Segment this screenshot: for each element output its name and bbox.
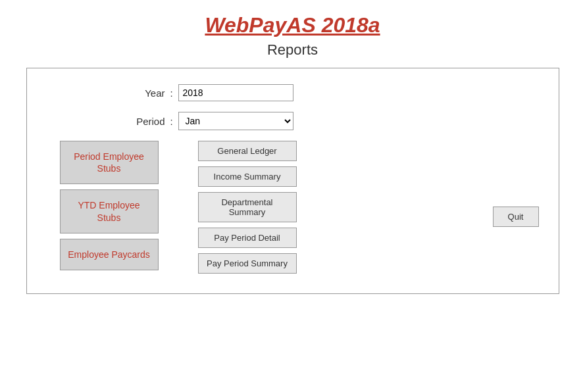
right-buttons: General Ledger Income Summary Department…	[198, 141, 297, 274]
employee-paycards-button[interactable]: Employee Paycards	[60, 239, 159, 270]
app-title: WebPayAS 2018a	[205, 13, 380, 37]
year-label: Year	[113, 87, 165, 99]
main-container: Year : Period : Jan Feb Mar Apr May Jun …	[26, 68, 559, 294]
year-row: Year :	[113, 84, 539, 101]
pay-period-detail-button[interactable]: Pay Period Detail	[198, 228, 297, 248]
pay-period-summary-button[interactable]: Pay Period Summary	[198, 253, 297, 274]
period-employee-stubs-button[interactable]: Period Employee Stubs	[60, 141, 159, 184]
quit-area: Quit	[297, 141, 539, 274]
general-ledger-button[interactable]: General Ledger	[198, 141, 297, 161]
year-input[interactable]	[178, 84, 293, 101]
period-row: Period : Jan Feb Mar Apr May Jun Jul Aug…	[113, 112, 539, 130]
left-buttons: Period Employee Stubs YTD Employee Stubs…	[60, 141, 159, 274]
period-colon: :	[165, 116, 178, 127]
page-heading: Reports	[267, 41, 318, 59]
quit-button[interactable]: Quit	[493, 207, 539, 227]
page-wrapper: WebPayAS 2018a Reports Year : Period : J…	[0, 0, 585, 392]
departmental-summary-button[interactable]: Departmental Summary	[198, 192, 297, 222]
buttons-outer: Period Employee Stubs YTD Employee Stubs…	[47, 141, 539, 274]
period-label: Period	[113, 116, 165, 127]
period-select[interactable]: Jan Feb Mar Apr May Jun Jul Aug Sep Oct …	[178, 112, 293, 130]
ytd-employee-stubs-button[interactable]: YTD Employee Stubs	[60, 189, 159, 233]
income-summary-button[interactable]: Income Summary	[198, 166, 297, 187]
year-colon: :	[165, 87, 178, 99]
